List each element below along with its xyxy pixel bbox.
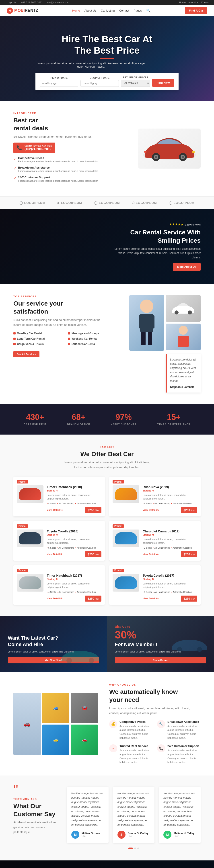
dropoff-input[interactable] (80, 80, 119, 87)
car-4-features: 2 Seats Air Conditioning Automatic Gearb… (143, 547, 197, 549)
logo-text: MOBIRENTZ (14, 8, 38, 13)
car-list-title: We Offer Best Car (14, 450, 200, 458)
find-car-button[interactable]: Find A Car (185, 7, 207, 14)
nav-carlisting[interactable]: Car Listing (101, 9, 114, 12)
social-f[interactable]: f (4, 1, 5, 4)
testimonials-section: " TESTIMONIALS What OurCustomer Say At b… (0, 775, 214, 861)
testimonial-3-author: M Melissa J. Talley User (163, 831, 196, 839)
services-left: TOP SERVICES Our service yoursatisfactio… (14, 295, 121, 358)
car-svg (138, 128, 200, 168)
banner-stars: ★★★★★ 1.230 Reviews (111, 223, 200, 226)
service-label-6: Student Car Renta (72, 342, 95, 346)
car-card-6-body: Toyota Corolla (2017) Starting At Lorem … (109, 574, 200, 605)
logo[interactable]: M MOBIRENTZ (7, 7, 38, 14)
pickup-field: Pick Up Date (40, 76, 78, 87)
car-4-img-shape (115, 532, 137, 545)
see-all-services-button[interactable]: See All Services (14, 351, 39, 358)
topbar-home-link[interactable]: Home (179, 1, 185, 4)
svg-point-7 (192, 151, 195, 153)
promo-right-button[interactable]: Claim Promo (115, 657, 206, 663)
car-3-category: Starting At (47, 534, 101, 536)
testimonial-3-text: Porttitor integer laboris ods puchus rho… (163, 791, 196, 827)
top-bar-right-links: Home About Us Contact (179, 1, 210, 4)
services-right: Lorem ipsum dolor sit amet, consectetur … (129, 295, 200, 393)
stat-branch-number: 68+ (67, 412, 90, 422)
feature-title-3: 24/7 Customer Support (18, 176, 98, 179)
why-img-2: 🚙 (42, 693, 70, 723)
logos-bar: ◯ logoipsum ◆ LOGOIPSUM ◯ logoipsum ⬡ lo… (0, 196, 214, 209)
why-feature-prices: 💰 Competitive Prices Arcu varius nibh ve… (109, 720, 153, 740)
social-g[interactable]: g+ (9, 1, 12, 4)
car-1-info: Timor Hatchback (2018) Starting At Lorem… (47, 485, 101, 513)
nav-contact[interactable]: Contact (119, 9, 129, 12)
social-t[interactable]: t (7, 1, 7, 4)
banner-title: Car Rental Service With Smiling Prices (111, 228, 200, 245)
car-3-name: Toyota Corolla (2018) (47, 529, 101, 533)
services-desc: Nulla consectur adipiscing elit, sed do … (14, 317, 103, 328)
pickup-input[interactable] (40, 80, 78, 87)
vehicle-select[interactable]: All Vehicles Sedan SUV Hatchback (121, 80, 150, 87)
why-support-icon: 📞 (157, 744, 165, 752)
car-3-footer: View Detail 3 › $250 /day (47, 551, 101, 557)
stat-experience-label: Years of Experience (157, 423, 190, 426)
nav-about[interactable]: About Us (84, 9, 96, 12)
car-5-price: $250 /day (85, 595, 101, 601)
service-col-left: One-Day Car Rental Long Term Car Rental … (14, 332, 66, 348)
cta-section: Call Us Today For Booking Your Next Ride… (0, 861, 214, 868)
dot-2[interactable] (134, 847, 136, 849)
car-4-view-detail[interactable]: View Detail 4 › (143, 553, 159, 556)
pickup-label: Pick Up Date (40, 76, 78, 79)
quote-text: Lorem ipsum dolor sit amet, consectetur … (170, 358, 197, 383)
car-1-view-detail[interactable]: View Detail 1 › (47, 508, 63, 511)
findnow-button[interactable]: Find Now (152, 79, 174, 87)
car-card-5-body: Timor Hatchback (2017) Starting At Lorem… (14, 574, 105, 605)
dot-3[interactable] (137, 847, 139, 849)
nav-home[interactable]: Home (72, 9, 80, 12)
car-card-4: Promo! Chevrolet Camaro (2019) Starting … (109, 521, 200, 561)
person-svg-right (170, 323, 196, 350)
service-item-4: Meetings and Groups (68, 332, 121, 335)
car-3-img-shape (19, 532, 41, 545)
car-3-view-detail[interactable]: View Detail 3 › (47, 553, 63, 556)
car-3-price: $250 /day (85, 551, 101, 557)
more-about-button[interactable]: More About Us (173, 263, 200, 271)
car-2-category: Starting At (143, 490, 197, 492)
car-2-price: $250 /day (181, 507, 197, 513)
car-4-seats: 2 Seats (143, 547, 152, 549)
car-6-view-detail[interactable]: View Detail 6 › (143, 597, 159, 600)
car-list-desc: Lorem ipsum dolor sit amet, consectetur … (62, 460, 152, 470)
car-card-2-header: Promo! (109, 476, 200, 485)
car-list-label: CAR LIST (14, 446, 200, 448)
topbar-about-link[interactable]: About Us (188, 1, 198, 4)
car-2-view-detail[interactable]: View Detail 2 › (143, 508, 159, 511)
car-6-seats: 5 Seats (143, 591, 152, 593)
why-img-4: 🚕 (42, 724, 70, 755)
testimonial-cards: Porttitor integer laboris ods puchus rho… (67, 786, 200, 843)
car-2-seats: 5 Seats (143, 502, 152, 505)
car-4-footer: View Detail 4 › $250 /day (143, 551, 197, 557)
search-icon[interactable]: 🔍 (146, 8, 151, 13)
dot-1[interactable] (128, 847, 133, 849)
car-5-view-detail[interactable]: View Detail 5 › (47, 597, 63, 600)
service-img-person2 (166, 323, 200, 350)
stat-cars-label: Cars for Rent (24, 423, 47, 426)
car-card-4-header: Promo! (109, 521, 200, 529)
why-support-title: 24/7 Customer Support (167, 744, 200, 748)
stat-experience: 15+ Years of Experience (157, 412, 190, 426)
car-card-2-body: Rush Nova (2019) Starting At Lorem ipsum… (109, 485, 200, 517)
car-2-trans: Automatic Gearbox (171, 502, 192, 505)
nav-pages[interactable]: Pages (134, 9, 142, 12)
car-6-features: 5 Seats Air Conditioning Automatic Gearb… (143, 591, 197, 593)
car-5-seats: 4 Seats (47, 591, 56, 593)
car-6-category: Starting At (143, 578, 197, 581)
car-3-features: 5 Seats Air Conditioning Automatic Gearb… (47, 547, 101, 549)
testimonial-2-avatar: S (117, 831, 126, 839)
feature-breakdown: ✓ Breakdown Assistance Facibus magna fer… (14, 166, 129, 173)
svg-point-3 (155, 156, 157, 158)
topbar-contact-link[interactable]: Contact (201, 1, 210, 4)
testimonial-1-name: Millian Groven (82, 832, 100, 835)
car-6-img-shape (115, 577, 137, 589)
testimonial-2-role: User (128, 835, 149, 837)
social-in[interactable]: in (14, 1, 16, 4)
stat-customer-number: 97% (111, 412, 137, 422)
